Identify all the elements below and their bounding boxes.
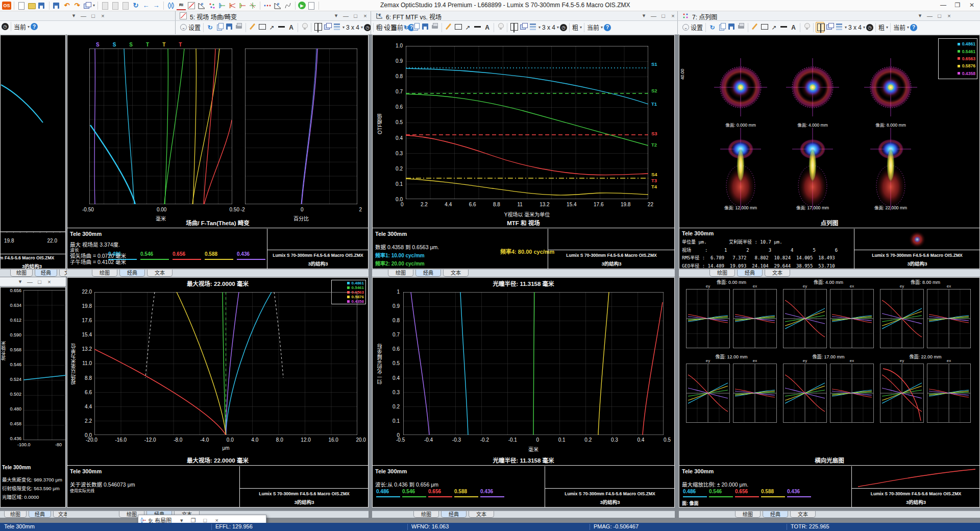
w7-menu-button[interactable]: ▾: [916, 12, 924, 19]
w7-grid-size-label[interactable]: 3 x 4: [847, 24, 863, 31]
w6-print-icon[interactable]: [431, 22, 439, 33]
w7-tab-draw[interactable]: 绘图: [709, 270, 735, 277]
save-as-icon[interactable]: [52, 1, 61, 10]
win4-current-label[interactable]: 当前: [13, 22, 27, 31]
w5-overlay-icon[interactable]: [323, 22, 332, 33]
w5-rectangle-icon[interactable]: [258, 22, 266, 33]
app-maximize-button[interactable]: ❐: [950, 0, 965, 10]
open-file-icon[interactable]: [27, 1, 36, 10]
save-icon[interactable]: [37, 1, 46, 10]
app-minimize-button[interactable]: —: [936, 0, 950, 10]
auto-update-icon[interactable]: ◷: [2, 23, 9, 30]
w7-text-icon[interactable]: A: [789, 22, 798, 33]
raytrace3-icon[interactable]: [238, 1, 247, 10]
b4-tab-draw[interactable]: 绘图: [735, 511, 761, 518]
w6-close-button[interactable]: ×: [669, 12, 677, 19]
w5-minimize-button[interactable]: —: [342, 12, 350, 19]
bl-close-button[interactable]: ×: [45, 278, 53, 285]
w6-maximize-button[interactable]: □: [659, 12, 667, 19]
bl-maximize-button[interactable]: □: [36, 278, 43, 285]
win4-menu-button[interactable]: ▾: [70, 12, 78, 19]
w6-overlay-icon[interactable]: [519, 22, 528, 33]
raytrace2-icon[interactable]: [228, 1, 237, 10]
w5-settings-chevron-icon[interactable]: ⌄: [180, 24, 187, 31]
doc3-icon[interactable]: [121, 1, 130, 10]
window-arrange-dropdown[interactable]: ▾: [92, 3, 95, 8]
w7-tab-text[interactable]: 文本: [765, 270, 790, 277]
w6-tab-classic[interactable]: 经典: [415, 270, 441, 277]
w5-menu-button[interactable]: ▾: [332, 12, 340, 19]
new-file-icon[interactable]: [17, 1, 26, 10]
w7-clock-icon[interactable]: ◷: [866, 24, 873, 31]
dots-tool-icon[interactable]: [263, 1, 272, 10]
axis-cross-icon[interactable]: [248, 1, 257, 10]
bl-menu-button[interactable]: ▾: [16, 278, 24, 285]
bl-tab-classic[interactable]: 经典: [29, 511, 51, 518]
w5-grid-size-label[interactable]: 3 x 4: [345, 24, 360, 31]
raytrace1-icon[interactable]: [217, 1, 227, 10]
redo-icon[interactable]: ↷: [72, 1, 82, 10]
w7-pencil-icon[interactable]: [750, 22, 759, 33]
w7-save-icon[interactable]: [727, 22, 736, 33]
w6-text-icon[interactable]: A: [483, 22, 492, 33]
b3-tab-classic[interactable]: 经典: [441, 511, 467, 518]
w6-save-icon[interactable]: [421, 22, 430, 33]
report-icon[interactable]: [307, 1, 316, 10]
w7-arrow-icon[interactable]: ↗: [770, 22, 778, 33]
win4-maximize-button[interactable]: □: [89, 12, 97, 19]
w6-tab-draw[interactable]: 绘图: [388, 270, 413, 277]
w6-window-split-icon[interactable]: [509, 22, 518, 33]
w5-tab-draw[interactable]: 绘图: [92, 270, 117, 277]
w5-pencil-icon[interactable]: [248, 22, 257, 33]
bl-minimize-button[interactable]: —: [26, 278, 34, 285]
bl-tab-draw[interactable]: 绘图: [4, 511, 27, 518]
app-close-button[interactable]: ✕: [965, 0, 979, 10]
w7-copy-icon[interactable]: [718, 22, 726, 33]
plot-analysis-icon[interactable]: [187, 1, 196, 10]
w6-lock-icon[interactable]: [496, 22, 505, 33]
spot-analysis-icon[interactable]: [207, 1, 216, 10]
win4-minimize-button[interactable]: —: [80, 12, 87, 19]
w5-arrow-icon[interactable]: ↗: [267, 22, 276, 33]
w7-minimize-button[interactable]: —: [926, 12, 934, 19]
w5-settings-label[interactable]: 设置: [187, 23, 202, 32]
w7-line-icon[interactable]: [779, 22, 788, 33]
w5-tab-classic[interactable]: 经典: [119, 270, 145, 277]
w7-close-button[interactable]: ×: [945, 12, 953, 19]
w6-title[interactable]: 6: FFT MTF vs. 视场: [386, 12, 442, 21]
w5-line-icon[interactable]: [277, 22, 286, 33]
w7-tab-classic[interactable]: 经典: [737, 270, 763, 277]
wavefront-icon[interactable]: [283, 1, 292, 10]
w6-arrow-icon[interactable]: ↗: [463, 22, 472, 33]
w5-print-icon[interactable]: [235, 22, 243, 33]
window-arrange-icon[interactable]: [83, 1, 92, 10]
w5-clock-icon[interactable]: ◷: [364, 24, 371, 31]
w7-thickness-label[interactable]: 粗: [877, 23, 886, 32]
w7-lock-icon[interactable]: [802, 22, 811, 33]
mtf-analysis-icon[interactable]: F: [197, 1, 206, 10]
w6-layers-icon[interactable]: [529, 22, 537, 33]
w6-pencil-icon[interactable]: [444, 22, 453, 33]
w7-window-split-icon-active[interactable]: [816, 22, 824, 33]
w5-tab-text[interactable]: 文本: [147, 270, 173, 277]
app-logo[interactable]: OS: [2, 1, 11, 10]
b3-tab-text[interactable]: 文本: [469, 511, 494, 518]
ri-analysis-icon[interactable]: RI: [177, 1, 186, 10]
w6-settings-label[interactable]: 设置: [383, 23, 398, 32]
mtf-quick-icon[interactable]: F: [273, 1, 282, 10]
tl-tab-draw[interactable]: 绘图: [10, 270, 33, 277]
w6-rectangle-icon[interactable]: [454, 22, 462, 33]
w5-copy-icon[interactable]: [215, 22, 224, 33]
win4-close-button[interactable]: ×: [99, 12, 107, 19]
w6-menu-button[interactable]: ▾: [640, 12, 648, 19]
doc2-icon[interactable]: [111, 1, 120, 10]
w7-rectangle-icon[interactable]: [760, 22, 769, 33]
lens-icon[interactable]: [166, 1, 176, 10]
w7-current-label[interactable]: 当前: [892, 23, 906, 32]
w7-layers-icon[interactable]: [835, 22, 844, 33]
w6-clock-icon[interactable]: ◷: [560, 24, 567, 31]
doc1-icon[interactable]: [101, 1, 110, 10]
w7-help-icon[interactable]: ?: [910, 24, 917, 31]
w6-grid-size-label[interactable]: 3 x 4: [541, 24, 556, 31]
w6-settings-chevron-icon[interactable]: ⌄: [376, 24, 383, 31]
